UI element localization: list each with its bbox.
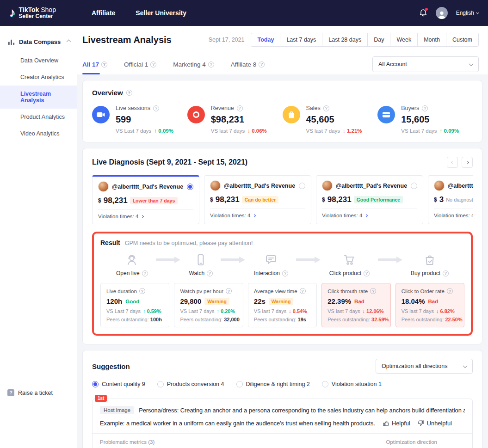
- nav-seller-university[interactable]: Seller University: [136, 9, 186, 17]
- optimization-direction-label: Optimization direction: [386, 439, 437, 445]
- metric-buyers: Buyers 15,605 VS Last 7 days0.09%: [377, 105, 473, 134]
- status-badge: Bad: [354, 299, 364, 304]
- page-title: Livestream Analysis: [82, 35, 172, 45]
- status-badge: Warning: [269, 298, 294, 305]
- helpful-button[interactable]: Helpful: [383, 420, 410, 427]
- help-icon[interactable]: [323, 105, 329, 111]
- sidebar-item-creator-analytics[interactable]: Creator Analytics: [0, 69, 77, 86]
- violation-link[interactable]: Violation times: 4: [434, 209, 473, 218]
- unhelpful-button[interactable]: Unhelpful: [418, 420, 452, 427]
- ticket-icon: [7, 389, 14, 396]
- tab-all[interactable]: All 17: [82, 54, 107, 74]
- carousel-prev-button[interactable]: [447, 157, 458, 168]
- chevron-right-icon: [364, 214, 368, 217]
- user-avatar[interactable]: [436, 7, 448, 19]
- brand-name: TikTok: [19, 6, 39, 13]
- help-icon[interactable]: [364, 270, 370, 276]
- buy-product-icon: [423, 253, 437, 267]
- live-sessions-icon: [92, 106, 110, 123]
- revenue-icon: [187, 106, 205, 123]
- notification-bell-icon[interactable]: [419, 9, 427, 17]
- thumbs-up-icon: [383, 420, 389, 427]
- help-icon[interactable]: [142, 270, 148, 276]
- range-day-button[interactable]: Day: [367, 33, 390, 47]
- account-tabs: All 17 Official 1 Marketing 4 Affiliate …: [82, 54, 265, 74]
- help-icon[interactable]: [207, 270, 213, 276]
- help-icon[interactable]: [153, 105, 159, 111]
- help-icon[interactable]: [101, 61, 107, 68]
- account-filter-select[interactable]: All Account: [372, 56, 479, 72]
- range-custom-button[interactable]: Custom: [446, 33, 479, 47]
- range-today-button[interactable]: Today: [251, 33, 280, 47]
- violation-link[interactable]: Violation times: 4: [322, 209, 417, 218]
- result-metric-watch-pv: Watch pv per hour 29,800Warning VS Last …: [174, 283, 243, 327]
- help-icon[interactable]: [300, 288, 306, 294]
- language-label: English: [456, 10, 474, 16]
- result-section: Result GPM needs to be optimized, please…: [92, 232, 473, 336]
- notification-dot: [425, 8, 428, 11]
- radio-button[interactable]: [299, 183, 305, 189]
- status-badge: Lower than 7 days: [130, 197, 178, 204]
- creator-avatar: [322, 180, 333, 191]
- help-icon[interactable]: [139, 288, 145, 294]
- sidebar-item-data-overview[interactable]: Data Overview: [0, 52, 77, 69]
- help-icon[interactable]: [422, 105, 428, 111]
- diagnosis-card-item[interactable]: @albertttt_Pad's Revenue $ 98,231 Lower …: [92, 175, 199, 224]
- filter-content-quality[interactable]: Content quality 9: [92, 381, 145, 387]
- violation-link[interactable]: Violation times: 4: [210, 209, 305, 218]
- diagnosis-card-item[interactable]: @albertttt_Pad's Revenue $ 3 No diagnost…: [428, 175, 473, 224]
- help-icon[interactable]: [226, 288, 232, 294]
- click-product-icon: [342, 253, 356, 267]
- result-metric-view-time: Average view time 22sWarning VS last 7 d…: [248, 283, 317, 327]
- help-icon[interactable]: [237, 105, 243, 111]
- tab-official[interactable]: Official 1: [124, 54, 156, 74]
- help-icon[interactable]: [259, 61, 265, 68]
- range-week-button[interactable]: Week: [390, 33, 418, 47]
- help-icon[interactable]: [447, 288, 453, 294]
- brand-sub: Seller Center: [19, 13, 56, 19]
- radio-button[interactable]: [411, 183, 417, 189]
- suggestion-example: Example: a medical worker in a uniform c…: [100, 420, 375, 427]
- chevron-right-icon: [141, 215, 144, 218]
- sidebar-item-product-analytics[interactable]: Product Analytics: [0, 109, 77, 125]
- chevron-up-icon: [67, 40, 71, 44]
- raise-ticket-button[interactable]: Raise a ticket: [0, 385, 77, 401]
- diagnosis-card-item[interactable]: @albertttt_Pad's Revenue $ 98,231 Can do…: [204, 175, 311, 224]
- help-icon[interactable]: [443, 270, 449, 276]
- radio-button: [92, 381, 99, 387]
- help-icon[interactable]: [126, 90, 132, 96]
- help-icon[interactable]: [282, 270, 288, 276]
- status-badge: Warning: [204, 298, 229, 305]
- range-last-7-days-button[interactable]: Last 7 days: [280, 33, 322, 47]
- help-icon[interactable]: [150, 61, 156, 68]
- sidebar-item-livestream-analysis[interactable]: Livestream Analysis: [0, 86, 77, 109]
- sidebar-item-video-analytics[interactable]: Video Analytics: [0, 125, 77, 142]
- violation-link[interactable]: Violation times: 4: [98, 209, 193, 219]
- carousel-next-button[interactable]: [462, 157, 473, 168]
- problematic-metrics-label: Problematic metrics (3): [100, 439, 154, 445]
- range-month-button[interactable]: Month: [417, 33, 446, 47]
- result-metric-click-through: Click throuth rate 22.39%Bad VS last 7 d…: [321, 283, 390, 327]
- top-nav: Affiliate Seller University: [92, 9, 186, 17]
- nav-affiliate[interactable]: Affiliate: [92, 9, 115, 17]
- help-icon[interactable]: [208, 61, 214, 68]
- diagnosis-card-item[interactable]: @albertttt_Pad's Revenue $ 98,231 Good P…: [316, 175, 423, 224]
- range-last-28-days-button[interactable]: Last 28 days: [322, 33, 368, 47]
- help-icon[interactable]: [370, 288, 376, 294]
- funnel-step-click-product: Click product: [329, 253, 370, 276]
- radio-button: [157, 381, 164, 387]
- filter-violation-situation[interactable]: Violation situation 1: [322, 381, 382, 387]
- current-date: Sept 17, 2021: [209, 37, 245, 43]
- overview-card: Overview Live sessions 599 VS Last 7 day…: [82, 80, 482, 142]
- tab-affiliate[interactable]: Affiliate 8: [231, 54, 265, 74]
- tiktok-shop-logo[interactable]: ♪ TikTok Shop Seller Center: [9, 6, 79, 20]
- filter-diligence-timing[interactable]: Diligence & right timing 2: [236, 381, 310, 387]
- filter-products-conversion[interactable]: Products conversion 4: [157, 381, 224, 387]
- buyers-icon: [377, 106, 395, 123]
- radio-button[interactable]: [187, 184, 193, 190]
- metric-value: 15,605: [401, 114, 459, 125]
- optimization-filter-select[interactable]: Optimization all directions: [376, 359, 473, 374]
- language-selector[interactable]: English: [456, 10, 479, 16]
- tab-marketing[interactable]: Marketing 4: [173, 54, 214, 74]
- sidebar-section-data-compass[interactable]: Data Compass: [0, 34, 77, 52]
